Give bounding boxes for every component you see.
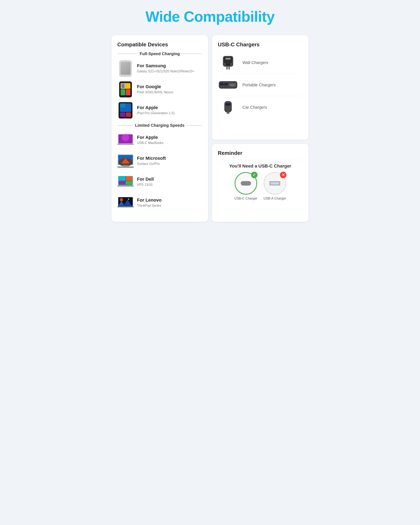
- wall-charger-row: ANKER Wall Chargers: [218, 51, 303, 74]
- usba-circle: ✕: [263, 172, 286, 195]
- svg-rect-5: [124, 61, 127, 61]
- surface-device-image: [117, 153, 134, 169]
- lenovo-device-info: For Lenovo ThinkPad Series: [137, 197, 162, 208]
- compatible-devices-card: Compatible Devices Full-Speed Charging: [112, 35, 208, 222]
- page-title: Wide Compatibility: [145, 8, 274, 25]
- full-speed-divider: Full-Speed Charging: [117, 51, 202, 56]
- macbook-device-row: For Apple USB-C MacBooks: [117, 132, 202, 148]
- surface-device-row: For Microsoft Surface Go/Pro: [117, 153, 202, 169]
- usbc-chargers-title: USB-C Chargers: [218, 41, 303, 48]
- svg-rect-3: [120, 62, 131, 75]
- wall-charger-label: Wall Chargers: [243, 60, 268, 65]
- macbook-device-image: [117, 132, 134, 148]
- ipad-name: For Apple: [137, 105, 175, 110]
- usbc-port-shape: [241, 181, 251, 186]
- google-device-row: For Google Pixel 3/3XL/4/4XL Nexus: [117, 81, 202, 98]
- svg-rect-21: [124, 118, 127, 118]
- surface-models: Surface Go/Pro: [137, 161, 166, 166]
- samsung-device-image: [117, 60, 134, 77]
- svg-point-25: [122, 134, 129, 141]
- reminder-message: You'll Need a USB-C Charger: [218, 163, 303, 169]
- svg-point-4: [125, 76, 126, 76]
- svg-rect-11: [126, 89, 131, 95]
- svg-rect-18: [120, 112, 125, 117]
- svg-rect-74: [228, 104, 230, 105]
- reminder-card: Reminder You'll Need a USB-C Charger ✓ U…: [212, 144, 308, 222]
- svg-rect-60: [226, 67, 228, 70]
- car-charger-icon: [218, 99, 238, 115]
- svg-rect-20: [120, 103, 125, 107]
- ipad-device-row: For Apple iPad Pro (Generation 1-5): [117, 102, 202, 119]
- usbc-option-label: USB-C Charger: [234, 197, 257, 200]
- svg-rect-34: [117, 166, 134, 168]
- ipad-models: iPad Pro (Generation 1-5): [137, 111, 175, 116]
- svg-rect-73: [226, 104, 228, 105]
- svg-point-51: [128, 198, 129, 200]
- svg-rect-39: [126, 177, 132, 181]
- svg-rect-40: [119, 181, 125, 185]
- reminder-title: Reminder: [218, 150, 303, 156]
- google-device-image: [117, 81, 134, 98]
- lenovo-name: For Lenovo: [137, 197, 162, 203]
- wall-charger-icon: ANKER: [218, 54, 238, 71]
- limited-speed-divider: Limited Charging Speeds: [117, 123, 202, 128]
- check-badge: ✓: [251, 172, 258, 178]
- svg-point-76: [227, 113, 229, 114]
- usba-option: ✕ USB-A Charger: [263, 172, 286, 200]
- svg-rect-10: [121, 89, 125, 95]
- svg-point-13: [125, 96, 126, 97]
- svg-rect-53: [123, 207, 128, 207]
- limited-speed-label: Limited Charging Speeds: [135, 123, 184, 128]
- svg-rect-71: [225, 102, 231, 112]
- ipad-device-image: [117, 102, 134, 119]
- usba-inner-shape: [270, 182, 279, 185]
- dell-device-row: For Dell XPS 13/15: [117, 174, 202, 190]
- portable-charger-row: ANKER Portable Chargers: [218, 74, 303, 96]
- charger-comparison: ✓ USB-C Charger ✕ USB-A Charger: [218, 172, 303, 200]
- lenovo-device-row: For Lenovo ThinkPad Series: [117, 195, 202, 211]
- svg-rect-61: [228, 67, 230, 70]
- usbc-circle: ✓: [235, 172, 257, 195]
- google-device-info: For Google Pixel 3/3XL/4/4XL Nexus: [137, 84, 173, 95]
- macbook-name: For Apple: [137, 135, 163, 140]
- usbc-chargers-card: USB-C Chargers ANKER Wall Charg: [212, 35, 308, 140]
- full-speed-label: Full-Speed Charging: [140, 51, 180, 56]
- dell-name: For Dell: [137, 177, 154, 182]
- compatible-devices-title: Compatible Devices: [117, 41, 202, 48]
- surface-device-info: For Microsoft Surface Go/Pro: [137, 156, 166, 166]
- svg-rect-19: [126, 112, 131, 117]
- usbc-option: ✓ USB-C Charger: [234, 172, 257, 200]
- google-name: For Google: [137, 84, 173, 89]
- dell-device-image: [117, 174, 134, 190]
- samsung-device-row: For Samsung Galaxy S21+/S21/S20 Note10/N…: [117, 60, 202, 77]
- svg-text:ANKER: ANKER: [226, 58, 231, 59]
- svg-rect-27: [123, 144, 128, 145]
- portable-charger-label: Portable Chargers: [243, 83, 276, 87]
- samsung-models: Galaxy S21+/S21/S20 Note10/Note10+: [137, 69, 194, 74]
- svg-rect-41: [126, 181, 132, 185]
- car-charger-label: Car Chargers: [243, 105, 267, 110]
- svg-rect-59: [226, 63, 230, 66]
- lenovo-models: ThinkPad Series: [137, 203, 162, 208]
- macbook-device-info: For Apple USB-C MacBooks: [137, 135, 163, 145]
- surface-name: For Microsoft: [137, 156, 166, 161]
- samsung-device-info: For Samsung Galaxy S21+/S21/S20 Note10/N…: [137, 63, 194, 74]
- usba-option-label: USB-A Charger: [263, 197, 286, 200]
- svg-rect-67: [225, 84, 227, 85]
- svg-text:ANKER: ANKER: [230, 84, 235, 86]
- google-models: Pixel 3/3XL/4/4XL Nexus: [137, 90, 173, 95]
- lenovo-device-image: [117, 195, 134, 211]
- cross-badge: ✕: [280, 172, 287, 178]
- car-charger-row: Car Chargers: [218, 96, 303, 118]
- svg-rect-12: [121, 84, 124, 88]
- svg-rect-65: [221, 84, 223, 85]
- samsung-name: For Samsung: [137, 63, 194, 68]
- svg-rect-43: [123, 186, 128, 187]
- portable-charger-icon: ANKER: [218, 77, 238, 93]
- macbook-models: USB-C MacBooks: [137, 141, 163, 145]
- usba-port-shape: [270, 181, 280, 185]
- ipad-device-info: For Apple iPad Pro (Generation 1-5): [137, 105, 175, 116]
- dell-device-info: For Dell XPS 13/15: [137, 177, 154, 187]
- svg-rect-38: [119, 177, 125, 181]
- dell-models: XPS 13/15: [137, 182, 154, 187]
